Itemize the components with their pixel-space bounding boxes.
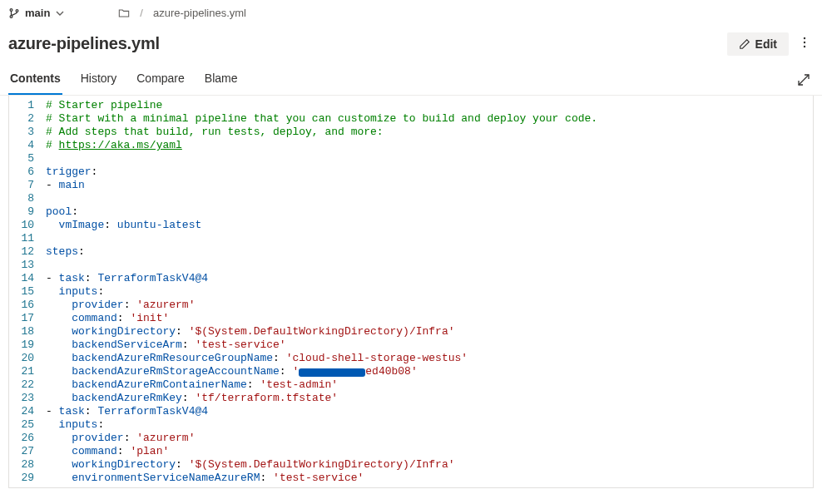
line-number: 14 [9,272,42,285]
line-content: backendAzureRmResourceGroupName: 'cloud-… [42,352,813,365]
code-line: 23 backendAzureRmKey: 'tf/terraform.tfst… [9,392,813,405]
code-line: 6trigger: [9,166,813,179]
line-content: provider: 'azurerm' [42,432,813,445]
line-number: 15 [9,285,42,299]
line-number: 9 [9,205,42,219]
line-number: 28 [9,458,42,472]
line-number: 16 [9,299,42,312]
line-content: provider: 'azurerm' [42,299,813,312]
tab-contents[interactable]: Contents [8,67,62,95]
line-content: # https://aka.ms/yaml [42,139,813,152]
branch-name: main [25,7,50,19]
line-content: command: 'plan' [42,445,813,458]
line-content: inputs: [42,418,813,432]
breadcrumb-separator: / [140,7,143,19]
line-content: backendAzureRmKey: 'tf/terraform.tfstate… [42,392,813,405]
pencil-icon [739,38,750,50]
code-line: 12steps: [9,245,813,259]
code-line: 2# Start with a minimal pipeline that yo… [9,112,813,126]
svg-point-4 [804,42,805,43]
line-number: 20 [9,352,42,365]
edit-button[interactable]: Edit [727,32,789,56]
line-number: 25 [9,418,42,432]
svg-point-0 [10,8,12,11]
code-line: 24- task: TerraformTaskV4@4 [9,405,813,418]
line-content: steps: [42,245,813,259]
branch-picker[interactable]: main [8,7,65,19]
line-content: inputs: [42,285,813,299]
code-line: 28 workingDirectory: '$(System.DefaultWo… [9,458,813,472]
page-title: azure-pipelines.yml [8,34,160,53]
code-line: 29 environmentServiceNameAzureRM: 'test-… [9,472,813,485]
line-content: backendAzureRmContainerName: 'test-admin… [42,378,813,392]
fullscreen-button[interactable] [794,70,814,92]
line-content: environmentServiceNameAzureRM: 'test-ser… [42,472,813,485]
line-content: vmImage: ubuntu-latest [42,219,813,232]
code-line: 14- task: TerraformTaskV4@4 [9,272,813,285]
expand-icon [797,73,810,86]
code-line: 18 workingDirectory: '$(System.DefaultWo… [9,325,813,338]
line-number: 2 [9,112,42,126]
line-content: - task: TerraformTaskV4@4 [42,405,813,418]
code-line: 8 [9,192,813,205]
line-number: 29 [9,472,42,485]
code-line: 1# Starter pipeline [9,99,813,112]
line-number: 26 [9,432,42,445]
line-content: backendAzureRmStorageAccountName: ' ed40… [42,365,813,378]
line-content: workingDirectory: '$(System.DefaultWorki… [42,325,813,338]
code-line: 27 command: 'plan' [9,445,813,458]
line-content: # Starter pipeline [42,99,813,112]
code-line: 10 vmImage: ubuntu-latest [9,219,813,232]
line-number: 7 [9,179,42,192]
svg-point-2 [16,9,18,12]
line-number: 11 [9,232,42,245]
code-line: 13 [9,259,813,272]
code-line: 4# https://aka.ms/yaml [9,139,813,152]
svg-point-3 [804,37,805,39]
line-number: 19 [9,338,42,352]
tab-blame[interactable]: Blame [203,67,240,95]
code-line: 21 backendAzureRmStorageAccountName: ' e… [9,365,813,378]
line-number: 3 [9,126,42,139]
code-viewer[interactable]: 1# Starter pipeline2# Start with a minim… [8,96,814,488]
line-number: 18 [9,325,42,338]
line-number: 24 [9,405,42,418]
line-number: 8 [9,192,42,205]
line-content [42,259,813,272]
breadcrumb-file[interactable]: azure-pipelines.yml [153,7,246,19]
more-vertical-icon [799,36,810,49]
line-number: 1 [9,99,42,112]
code-line: 16 provider: 'azurerm' [9,299,813,312]
line-content: # Add steps that build, run tests, deplo… [42,126,813,139]
code-line: 26 provider: 'azurerm' [9,432,813,445]
line-number: 10 [9,219,42,232]
line-content: - main [42,179,813,192]
svg-point-1 [10,15,12,17]
more-actions-button[interactable] [795,31,814,57]
code-line: 20 backendAzureRmResourceGroupName: 'clo… [9,352,813,365]
line-content: pool: [42,205,813,219]
tab-history[interactable]: History [79,67,119,95]
line-content: trigger: [42,166,813,179]
code-line: 7- main [9,179,813,192]
chevron-down-icon [55,8,65,18]
tab-compare[interactable]: Compare [135,67,186,95]
line-number: 6 [9,166,42,179]
line-content: command: 'init' [42,312,813,325]
line-number: 27 [9,445,42,458]
line-number: 5 [9,152,42,166]
line-content [42,192,813,205]
line-content: backendServiceArm: 'test-service' [42,338,813,352]
code-line: 11 [9,232,813,245]
breadcrumb: main / azure-pipelines.yml [0,0,822,22]
svg-point-5 [804,46,805,47]
code-line: 25 inputs: [9,418,813,432]
folder-icon[interactable] [118,7,130,19]
line-content [42,152,813,166]
line-number: 4 [9,139,42,152]
code-line: 3# Add steps that build, run tests, depl… [9,126,813,139]
edit-label: Edit [755,37,777,51]
line-content: # Start with a minimal pipeline that you… [42,112,813,126]
code-line: 22 backendAzureRmContainerName: 'test-ad… [9,378,813,392]
code-line: 19 backendServiceArm: 'test-service' [9,338,813,352]
